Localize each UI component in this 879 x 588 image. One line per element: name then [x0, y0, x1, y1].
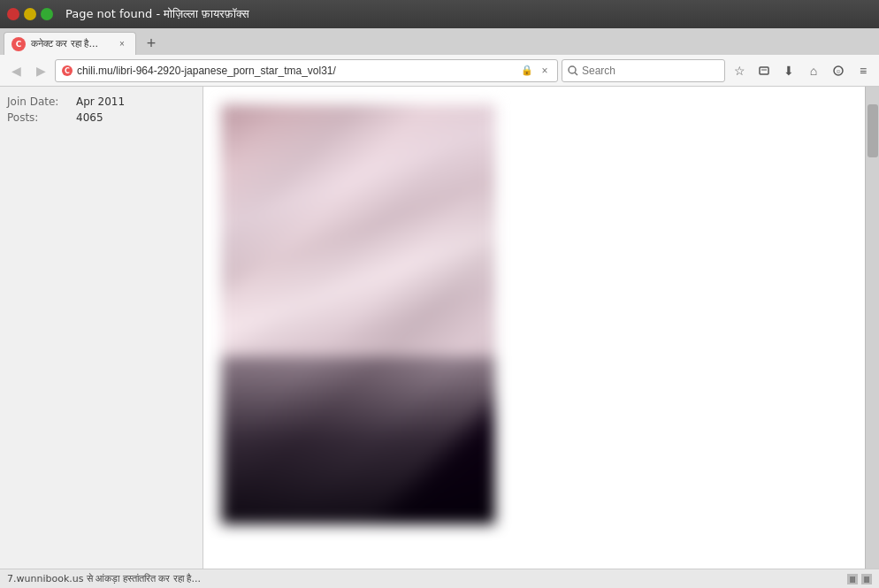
tab-label: कनेक्ट कर रहा है... — [31, 38, 111, 50]
tab-favicon: C — [11, 37, 26, 51]
svg-text:C: C — [65, 67, 70, 75]
navbar: ◀ ▶ C 🔒 × ☆ ⬇ ⌂ ☺ ≡ — [0, 55, 879, 87]
tab-close-button[interactable]: × — [116, 38, 128, 50]
posts-label: Posts: — [7, 111, 69, 124]
maximize-window-button[interactable] — [41, 8, 53, 20]
window-title: Page not found - मोज़िल्ला फ़ायरफ़ॉक्स — [65, 7, 872, 21]
address-bar: C 🔒 × — [55, 59, 558, 82]
minimize-window-button[interactable] — [24, 8, 36, 20]
statusbar: 7.wunnibook.us से आंकड़ा हस्तांतरित कर र… — [0, 569, 879, 588]
bookmark-button[interactable]: ☆ — [729, 60, 750, 81]
identity-button[interactable] — [753, 60, 775, 81]
search-input[interactable] — [582, 65, 719, 77]
menu-button[interactable]: ≡ — [852, 60, 874, 81]
speech-button[interactable]: ☺ — [828, 60, 849, 81]
active-tab[interactable]: C कनेक्ट कर रहा है... × — [4, 32, 136, 55]
sidebar: Join Date: Apr 2011 Posts: 4065 — [0, 87, 203, 569]
posts-value: 4065 — [76, 111, 103, 124]
status-control-1[interactable]: ||| — [847, 574, 858, 584]
svg-point-2 — [569, 66, 576, 73]
identity-icon — [758, 65, 770, 77]
posts-row: Posts: 4065 — [7, 110, 195, 126]
status-text: 7.wunnibook.us से आंकड़ा हस्तांतरित कर र… — [7, 573, 840, 584]
window-controls — [7, 8, 53, 20]
join-date-value: Apr 2011 — [76, 95, 125, 108]
status-controls: ||| ||| — [847, 574, 872, 584]
address-lock-button[interactable]: 🔒 — [520, 64, 534, 78]
search-icon — [568, 65, 578, 76]
join-date-row: Join Date: Apr 2011 — [7, 94, 195, 110]
address-input[interactable] — [77, 65, 516, 77]
content-image — [221, 104, 495, 524]
address-clear-button[interactable]: × — [538, 64, 552, 78]
chili-favicon-icon: C — [61, 65, 73, 77]
svg-line-3 — [575, 73, 577, 75]
new-tab-button[interactable]: + — [141, 34, 161, 53]
join-date-label: Join Date: — [7, 95, 69, 108]
address-favicon: C — [61, 65, 73, 77]
scrollbar-thumb[interactable] — [868, 104, 878, 157]
home-button[interactable]: ⌂ — [803, 60, 824, 81]
forward-button[interactable]: ▶ — [30, 60, 51, 81]
back-button[interactable]: ◀ — [5, 60, 27, 81]
titlebar: Page not found - मोज़िल्ला फ़ायरफ़ॉक्स — [0, 0, 879, 28]
status-control-2[interactable]: ||| — [861, 574, 872, 584]
content-area: Join Date: Apr 2011 Posts: 4065 — [0, 87, 879, 569]
svg-text:☺: ☺ — [835, 68, 841, 74]
search-bar — [562, 59, 725, 82]
svg-rect-4 — [760, 67, 768, 74]
page-content — [203, 87, 865, 569]
speech-icon: ☺ — [832, 65, 845, 77]
download-button[interactable]: ⬇ — [778, 60, 799, 81]
tabbar: C कनेक्ट कर रहा है... × + — [0, 28, 879, 55]
close-window-button[interactable] — [7, 8, 19, 20]
scrollbar[interactable] — [865, 87, 879, 569]
